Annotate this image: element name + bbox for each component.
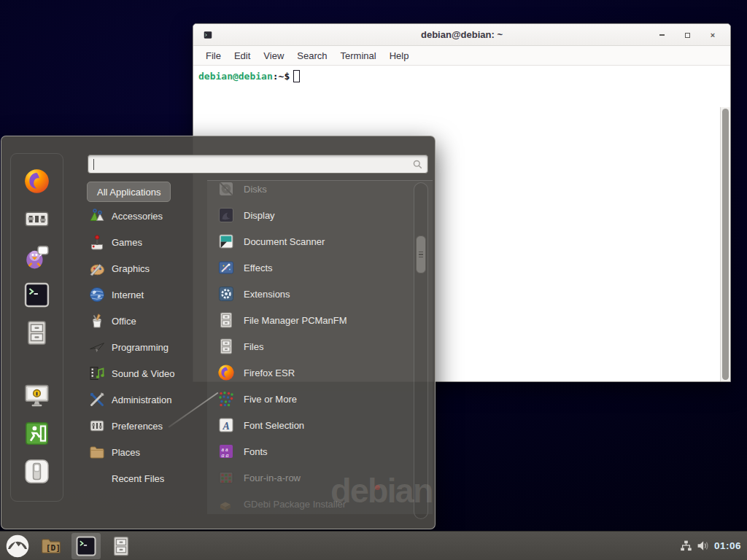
taskbar-menu-button[interactable] — [3, 533, 32, 559]
taskbar: [D] 01:06 — [0, 531, 747, 560]
app-gdebi-package-installer[interactable]: GDebi Package Installer — [207, 491, 409, 517]
menu-scrollbar-thumb[interactable] — [416, 236, 426, 273]
session-lock-screen[interactable] — [23, 382, 50, 409]
folder-d-icon: [D] — [40, 535, 62, 557]
app-five-or-more[interactable]: Five or More — [207, 386, 409, 412]
games-icon — [88, 233, 106, 251]
terminal-scrollbar-thumb[interactable] — [722, 109, 729, 380]
terminal-prompt: debian@debian:~$ — [198, 70, 716, 82]
svg-text:A: A — [222, 421, 230, 432]
category-office[interactable]: Office — [82, 308, 201, 334]
distro-menu-icon — [5, 534, 30, 559]
terminal-icon — [23, 281, 50, 308]
app-label: Five or More — [244, 394, 297, 405]
filter-label: All Applications — [97, 187, 160, 198]
category-label: Internet — [112, 289, 144, 300]
category-recent-files[interactable]: Recent Files — [82, 465, 201, 491]
favorites-sidebar — [10, 153, 63, 502]
taskbar-clock[interactable]: 01:06 — [714, 540, 741, 551]
category-graphics[interactable]: Graphics — [82, 255, 201, 281]
category-administration[interactable]: Administration — [82, 386, 201, 413]
display-icon — [217, 206, 235, 224]
terminal-menubar: FileEditViewSearchTerminalHelp — [193, 46, 730, 66]
network-icon[interactable] — [680, 540, 692, 552]
terminal-menu-help[interactable]: Help — [383, 46, 416, 66]
app-label: Font Selection — [244, 420, 304, 431]
app-display[interactable]: Display — [207, 202, 409, 228]
favorite-control-center[interactable] — [23, 206, 50, 233]
menu-scrollbar[interactable] — [414, 182, 428, 519]
prompt-path: :~$ — [273, 71, 290, 82]
app-extensions[interactable]: Extensions — [207, 281, 409, 307]
document-scanner-icon — [217, 233, 235, 250]
app-label: Disks — [244, 184, 267, 195]
terminal-cursor — [293, 70, 300, 82]
app-disks[interactable]: Disks — [207, 176, 409, 202]
terminal-menu-terminal[interactable]: Terminal — [334, 46, 383, 66]
taskbar-desktop-folder-button[interactable]: [D] — [36, 533, 66, 559]
category-label: Preferences — [112, 421, 163, 432]
category-programming[interactable]: Programming — [82, 334, 201, 360]
lock-screen-icon — [23, 382, 50, 409]
app-effects[interactable]: Effects — [207, 254, 409, 281]
svg-text:a a: a a — [222, 452, 229, 459]
app-label: GDebi Package Installer — [244, 499, 346, 510]
firefox-icon — [217, 364, 235, 381]
search-input[interactable] — [94, 157, 400, 171]
taskbar-terminal-button[interactable] — [71, 533, 101, 559]
preferences-icon — [88, 417, 106, 435]
terminal-menu-file[interactable]: File — [199, 46, 228, 66]
terminal-titlebar[interactable]: debian@debian: ~ × — [193, 24, 730, 46]
application-menu: All Applications AccessoriesGamesGraphic… — [1, 136, 436, 529]
category-places[interactable]: Places — [82, 439, 201, 465]
minimize-button[interactable] — [657, 31, 666, 39]
category-label: Sound & Video — [112, 368, 175, 379]
application-list: DisksDisplayDocument ScannerEffectsExten… — [207, 176, 409, 517]
terminal-menu-search[interactable]: Search — [290, 46, 333, 66]
category-column: All Applications AccessoriesGamesGraphic… — [82, 182, 201, 491]
app-files[interactable]: Files — [207, 333, 409, 359]
desktop: { "desktop": { "watermark_text": "debian… — [0, 0, 747, 560]
category-label: Places — [112, 447, 140, 458]
app-firefox-esr[interactable]: Firefox ESR — [207, 359, 409, 386]
effects-icon — [217, 259, 235, 276]
app-label: Extensions — [244, 289, 290, 300]
app-document-scanner[interactable]: Document Scanner — [207, 228, 409, 254]
favorite-file-manager[interactable] — [23, 319, 50, 346]
prompt-user-host: debian@debian — [198, 71, 273, 82]
filter-all-applications[interactable]: All Applications — [87, 182, 171, 202]
five-or-more-icon — [217, 390, 235, 408]
app-label: Firefox ESR — [244, 368, 295, 378]
category-internet[interactable]: Internet — [82, 281, 201, 308]
favorite-firefox[interactable] — [23, 168, 50, 195]
category-games[interactable]: Games — [82, 229, 201, 255]
close-button[interactable]: × — [708, 31, 717, 39]
file-cabinet-icon — [217, 338, 235, 355]
app-label: Files — [244, 341, 263, 352]
internet-icon — [88, 286, 106, 303]
svg-text:[D]: [D] — [46, 542, 61, 552]
app-four-in-a-row[interactable]: Four-in-a-row — [207, 464, 409, 491]
sound-video-icon — [88, 365, 106, 382]
favorite-pidgin[interactable] — [23, 244, 50, 271]
app-font-selection[interactable]: AFont Selection — [207, 412, 409, 438]
maximize-button[interactable] — [683, 31, 692, 39]
category-accessories[interactable]: Accessories — [82, 203, 201, 229]
category-label: Accessories — [112, 211, 163, 222]
terminal-menu-view[interactable]: View — [257, 46, 290, 66]
favorite-terminal[interactable] — [23, 281, 50, 308]
category-label: Office — [112, 316, 136, 327]
volume-icon[interactable] — [697, 540, 709, 552]
taskbar-file-manager-button[interactable] — [107, 533, 136, 559]
session-logout[interactable] — [23, 420, 50, 447]
search-icon — [412, 159, 423, 170]
terminal-scrollbar[interactable] — [720, 107, 730, 381]
menu-search-box[interactable] — [88, 155, 428, 174]
category-sound-video[interactable]: Sound & Video — [82, 360, 201, 386]
file-cabinet-icon — [23, 319, 50, 346]
terminal-menu-edit[interactable]: Edit — [228, 46, 257, 66]
app-fonts[interactable]: a aa aFonts — [207, 438, 409, 464]
session-shutdown[interactable] — [23, 458, 50, 485]
app-file-manager-pcmanfm[interactable]: File Manager PCManFM — [207, 307, 409, 333]
system-tray: 01:06 — [680, 540, 747, 552]
